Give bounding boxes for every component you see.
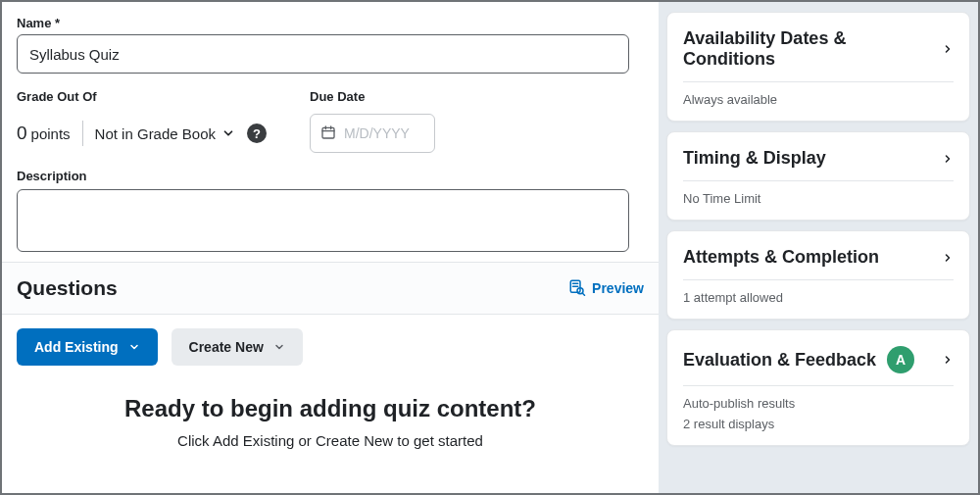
panel-line: 1 attempt allowed [683,290,954,305]
svg-line-8 [582,293,584,295]
chevron-down-icon [128,341,140,353]
gradebook-dropdown[interactable]: Not in Grade Book [95,125,235,142]
chevron-down-icon [221,126,235,140]
svg-rect-0 [322,127,334,138]
empty-title: Ready to begin adding quiz content? [17,395,644,422]
name-label: Name * [17,16,644,30]
sidebar: Availability Dates & Conditions Always a… [659,2,978,493]
grade-body: 0points Not in Grade Book ? [17,114,267,153]
questions-title: Questions [17,276,118,300]
points-word: points [31,125,71,142]
add-existing-button[interactable]: Add Existing [17,328,158,366]
panel-line: 2 result displays [683,417,954,431]
due-placeholder: M/D/YYYY [344,125,410,141]
chevron-down-icon [273,341,285,353]
description-input[interactable] [17,189,629,252]
app-frame: Name * Grade Out Of 0points Not in Grade… [0,0,980,495]
create-new-label: Create New [189,339,264,355]
questions-header: Questions Preview [2,262,659,315]
description-label: Description [17,169,644,183]
question-buttons: Add Existing Create New [2,315,659,379]
gradebook-label: Not in Grade Book [95,125,216,142]
preview-label: Preview [592,280,644,296]
quiz-form: Name * Grade Out Of 0points Not in Grade… [2,2,659,262]
panel-evaluation[interactable]: Evaluation & Feedback A Auto-publish res… [666,329,970,446]
help-icon[interactable]: ? [247,124,267,143]
grade-out-of: Grade Out Of 0points Not in Grade Book [17,89,267,153]
panel-line: Always available [683,92,954,107]
points-display: 0points [17,123,71,144]
panel-availability[interactable]: Availability Dates & Conditions Always a… [666,12,970,122]
description-section: Description [17,169,644,252]
calendar-icon [320,124,336,143]
panel-timing[interactable]: Timing & Display No Time Limit [666,131,970,221]
due-date-input[interactable]: M/D/YYYY [310,114,435,153]
main-panel: Name * Grade Out Of 0points Not in Grade… [2,2,659,493]
due-label: Due Date [310,89,435,104]
badge-a: A [887,346,914,373]
panel-attempts[interactable]: Attempts & Completion 1 attempt allowed [666,230,970,320]
preview-icon [568,278,586,299]
name-input[interactable] [17,34,629,74]
panel-title: Timing & Display [683,148,826,169]
grade-due-row: Grade Out Of 0points Not in Grade Book [17,89,644,153]
panel-line: No Time Limit [683,191,954,206]
create-new-button[interactable]: Create New [172,328,303,366]
divider [82,121,83,146]
add-existing-label: Add Existing [34,339,119,355]
panel-line: Auto-publish results [683,396,954,411]
panel-title: Availability Dates & Conditions [683,28,934,70]
due-date: Due Date M/D/YYYY [310,89,435,153]
chevron-right-icon [942,250,954,266]
empty-state: Ready to begin adding quiz content? Clic… [2,379,659,453]
grade-label: Grade Out Of [17,89,267,104]
empty-subtitle: Click Add Existing or Create New to get … [17,432,644,449]
points-number: 0 [17,123,27,143]
chevron-right-icon [942,151,954,167]
preview-button[interactable]: Preview [568,278,644,299]
chevron-right-icon [942,352,954,368]
panel-title: Attempts & Completion [683,247,879,268]
chevron-right-icon [942,41,954,57]
panel-title: Evaluation & Feedback [683,350,876,371]
